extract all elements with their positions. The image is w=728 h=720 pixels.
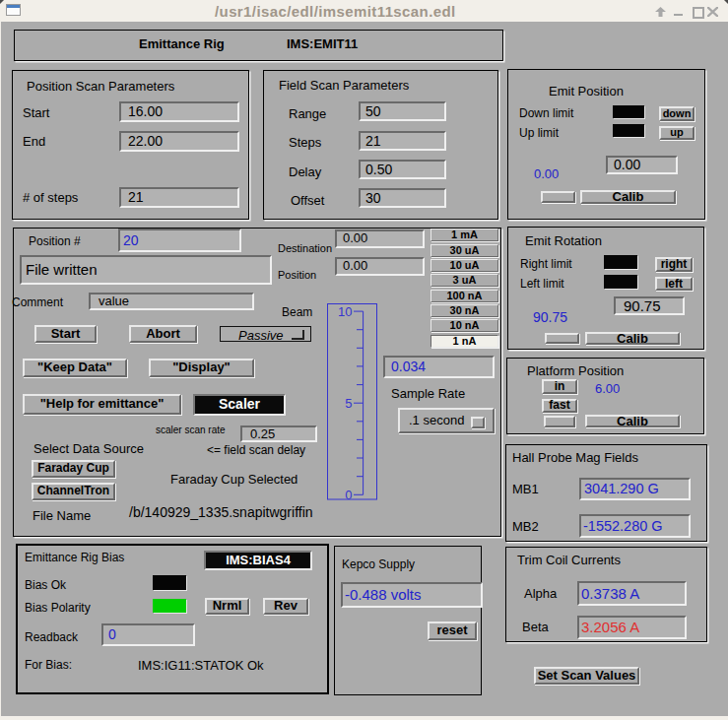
svg-text:10: 10 xyxy=(338,304,352,319)
svg-text:0: 0 xyxy=(345,488,352,500)
svg-text:5: 5 xyxy=(345,396,352,411)
